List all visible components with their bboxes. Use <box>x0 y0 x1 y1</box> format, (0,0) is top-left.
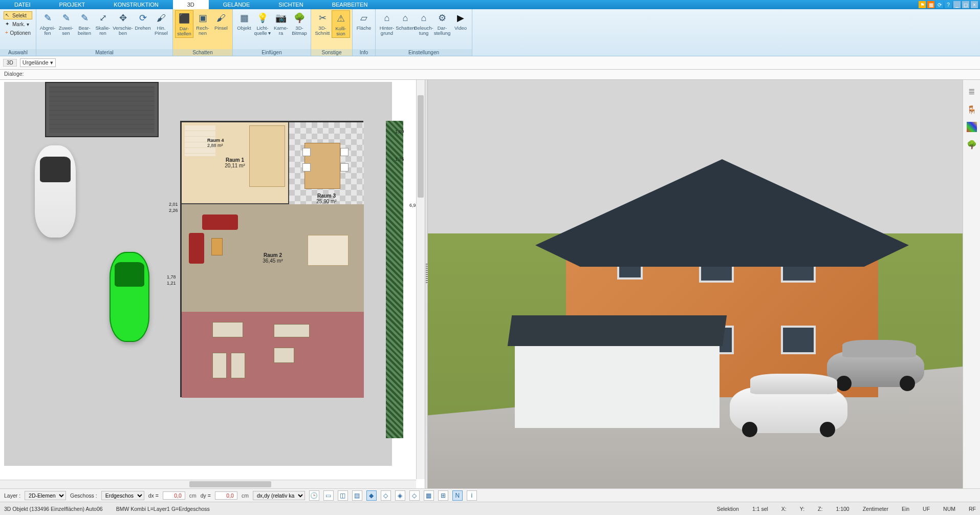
wc-icon-3[interactable]: ⟳ <box>936 1 943 8</box>
scrollbar-vertical[interactable] <box>416 80 425 479</box>
toggle-snap-1[interactable]: ◆ <box>366 490 377 501</box>
status-object: 3D Objekt (133496 Einzelflächen) Auto06 <box>4 506 103 512</box>
tool-pinsel[interactable]: 🖌Pinsel <box>212 10 230 32</box>
tool-verschieben[interactable]: ✥Verschie-ben <box>112 10 134 37</box>
options-button[interactable]: +Optionen <box>4 29 32 37</box>
group-label-schatten: Schatten <box>173 49 232 56</box>
scroll-thumb-h[interactable] <box>189 481 271 487</box>
layers-icon[interactable]: ≣ <box>966 85 978 97</box>
tool-lichtquelle[interactable]: 💡Licht-quelle ▾ <box>253 10 272 37</box>
bottom-toolbar: Layer : 2D-Elemen Geschoss : Erdgeschos … <box>0 488 980 502</box>
calc-icon: ▣ <box>196 11 209 25</box>
collision-icon: ⚠ <box>334 12 347 25</box>
room-2[interactable]: Raum 2 36,45 m² <box>182 204 364 312</box>
layer-select[interactable]: 2D-Elemen <box>25 491 66 500</box>
tool-3d-schnitt[interactable]: ✂3D-Schnitt <box>313 10 332 37</box>
garage-2d <box>45 82 159 137</box>
toggle-screen[interactable]: ▭ <box>323 490 334 501</box>
side-toolbar: ≣ 🪑 🌳 <box>963 80 980 488</box>
area-icon: ▱ <box>357 11 371 25</box>
close-icon[interactable]: × <box>971 1 978 8</box>
toggle-north[interactable]: N <box>452 490 463 501</box>
sofa-2 <box>189 233 204 264</box>
toggle-ortho[interactable]: ⊞ <box>438 490 448 501</box>
section-icon: ✂ <box>316 11 329 25</box>
rotate-icon: ⟳ <box>136 11 149 25</box>
car-white-2d[interactable] <box>35 145 76 238</box>
scrollbar-horizontal[interactable] <box>0 480 416 488</box>
object-icon: ▦ <box>237 11 251 25</box>
toggle-grid[interactable]: ▦ <box>424 490 434 501</box>
tool-objekt[interactable]: ▦Objekt <box>235 10 253 32</box>
menu-projekt[interactable]: PROJEKT <box>45 0 100 9</box>
tool-drehen[interactable]: ⟳Drehen <box>134 10 152 32</box>
coord-mode-select[interactable]: dx,dy (relativ ka <box>253 491 305 500</box>
menu-datei[interactable]: DATEI <box>0 0 45 9</box>
tool-kollision[interactable]: ⚠Kolli-sion <box>332 10 350 38</box>
floor-select[interactable]: Erdgeschos <box>101 491 144 500</box>
menu-gelaende[interactable]: GELÄNDE <box>209 0 265 9</box>
tree-side-icon[interactable]: 🌳 <box>966 138 978 151</box>
menu-bearbeiten[interactable]: BEARBEITEN <box>318 0 382 9</box>
garage-3d[interactable] <box>515 336 720 428</box>
car-white-3d[interactable] <box>730 387 847 433</box>
dx-input[interactable]: 0,0 <box>163 491 185 500</box>
status-item: BMW Kombi L=Layer1 G=Erdgeschoss <box>116 506 210 512</box>
dy-input[interactable]: 0,0 <box>215 491 237 500</box>
plan-canvas[interactable]: Raum 1 20,11 m² Raum 4 2,88 m² Raum 3 25… <box>0 80 425 488</box>
palette-icon[interactable] <box>967 122 977 132</box>
tool-kamera[interactable]: 📷Kame-ra <box>272 10 290 37</box>
view-3d[interactable] <box>428 80 963 488</box>
tool-zuweisen[interactable]: ✎Zuwei-sen <box>57 10 75 37</box>
toggle-snap-4[interactable]: ◇ <box>409 490 420 501</box>
car-green-selected[interactable] <box>110 252 149 342</box>
toggle-clock[interactable]: 🕒 <box>309 490 319 501</box>
scale-icon: ⤢ <box>96 11 110 25</box>
maximize-icon[interactable]: ◻ <box>962 1 969 8</box>
tool-hin-pinsel[interactable]: 🖌Hin.Pinsel <box>152 10 170 37</box>
terrace[interactable] <box>182 312 364 398</box>
toggle-snap-3[interactable]: ◈ <box>395 490 405 501</box>
wc-icon-2[interactable]: ▦ <box>927 1 934 8</box>
tool-abgreifen[interactable]: ✎Abgrei-fen <box>38 10 57 37</box>
mark-button[interactable]: ✦Mark. ▾ <box>4 20 32 28</box>
house2-icon: ⌂ <box>399 11 412 25</box>
terrain-select[interactable]: Urgelände ▾ <box>20 58 56 67</box>
wc-icon-1[interactable]: ⚑ <box>919 1 926 8</box>
toggle-stack[interactable]: ▤ <box>352 490 362 501</box>
car-grey-3d[interactable] <box>827 351 924 387</box>
tool-video[interactable]: ▶Video <box>451 10 470 32</box>
sofa-1 <box>202 214 238 230</box>
toggle-snap-2[interactable]: ◇ <box>381 490 391 501</box>
status-x: X: <box>781 506 787 512</box>
room-1[interactable]: Raum 1 20,11 m² Raum 4 2,88 m² <box>182 122 289 204</box>
menu-3d[interactable]: 3D <box>173 0 209 9</box>
room1-label: Raum 1 <box>226 157 244 163</box>
house3-icon: ⌂ <box>417 11 430 25</box>
select-button[interactable]: ↖Selekt <box>4 11 32 19</box>
tool-3d-bitmap[interactable]: 🌳3D-Bitmap <box>290 10 309 37</box>
tool-bearbeiten[interactable]: ✎Bear-beiten <box>75 10 94 37</box>
ribbon-group-material: ✎Abgrei-fen ✎Zuwei-sen ✎Bear-beiten ⤢Ska… <box>36 9 173 56</box>
assign-icon: ✎ <box>59 11 73 25</box>
tool-skalieren[interactable]: ⤢Skalie-ren <box>94 10 112 37</box>
tool-hintergrund[interactable]: ⌂Hinter-grund <box>378 10 396 37</box>
minimize-icon[interactable]: _ <box>953 1 961 8</box>
menu-konstruktion[interactable]: KONSTRUKTION <box>99 0 172 9</box>
tool-beleuchtung[interactable]: ⌂Beleuch-tung <box>415 10 433 37</box>
tool-flaeche[interactable]: ▱Fläche <box>355 10 373 32</box>
status-ein: Ein <box>902 506 909 512</box>
menu-sichten[interactable]: SICHTEN <box>264 0 317 9</box>
help-icon[interactable]: ? <box>945 1 952 8</box>
plan-2d-view[interactable]: Raum 1 20,11 m² Raum 4 2,88 m² Raum 3 25… <box>0 80 425 488</box>
tool-rechnen[interactable]: ▣Rech-nen <box>193 10 212 37</box>
tool-schatten-set[interactable]: ⌂Schatten <box>396 10 415 32</box>
tool-darstellung[interactable]: ⚙Dar-stellung <box>433 10 451 37</box>
toggle-overlap[interactable]: ◫ <box>338 490 348 501</box>
toggle-info[interactable]: i <box>467 490 477 501</box>
dialog-bar: Dialoge: <box>0 70 980 80</box>
plus-icon: + <box>5 30 9 36</box>
chair-icon[interactable]: 🪑 <box>966 103 978 116</box>
tool-darstellen[interactable]: ⬛Dar-stellen <box>175 10 193 38</box>
scroll-thumb-v[interactable] <box>418 95 424 198</box>
